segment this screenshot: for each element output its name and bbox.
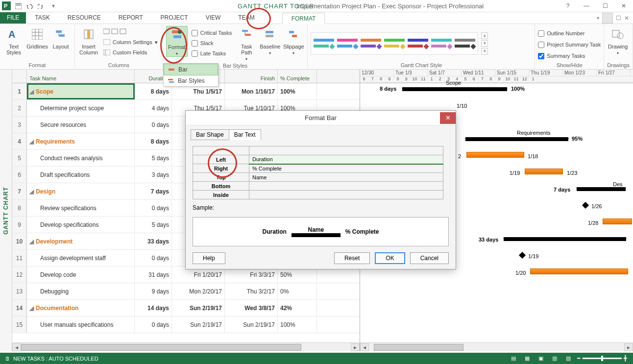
view-resource-icon[interactable]: ▧: [563, 355, 573, 362]
ok-button[interactable]: OK: [375, 252, 405, 264]
row-left[interactable]: Left: [193, 155, 249, 164]
val-bottom[interactable]: [249, 182, 443, 191]
menu-bar[interactable]: Bar: [164, 64, 218, 75]
save-icon[interactable]: [13, 0, 24, 11]
gantt-style-option[interactable]: [312, 34, 336, 53]
gantt-style-option[interactable]: [430, 34, 453, 53]
gantt-style-option[interactable]: [383, 34, 406, 53]
val-inside[interactable]: [249, 191, 443, 199]
qat-more-icon[interactable]: ▾: [48, 0, 59, 11]
val-right[interactable]: % Complete: [249, 164, 443, 173]
gantt-style-option[interactable]: [453, 34, 477, 53]
slippage-button[interactable]: Slippage▾: [283, 26, 304, 56]
svg-rect-25: [245, 34, 251, 36]
gallery-down-icon[interactable]: ▾: [481, 40, 488, 47]
format-dropdown-button[interactable]: Format▾: [166, 26, 188, 57]
gallery-more-icon[interactable]: ▾: [481, 48, 488, 55]
cancel-button[interactable]: Cancel: [410, 252, 449, 264]
val-left[interactable]: Duration: [249, 155, 443, 164]
task-tab[interactable]: TASK: [26, 12, 58, 24]
bar-req: [465, 137, 568, 141]
val-top[interactable]: Name: [249, 173, 443, 182]
view-gantt-icon[interactable]: ▤: [509, 355, 518, 362]
resource-tab[interactable]: RESOURCE: [59, 12, 110, 24]
label-scope-dur: 8 days: [380, 86, 396, 92]
menu-bar-label: Bar: [178, 66, 188, 73]
bar-dev: [504, 237, 626, 241]
menu-bar-styles[interactable]: Bar Styles: [164, 75, 218, 86]
file-tab[interactable]: FILE: [0, 12, 26, 24]
project-summary-checkbox[interactable]: Project Summary Task: [538, 39, 601, 50]
tab-bar-text[interactable]: Bar Text: [229, 129, 261, 140]
view-network-icon[interactable]: ▣: [536, 355, 546, 362]
redo-icon[interactable]: [36, 0, 47, 11]
col-task-name[interactable]: Task Name: [27, 70, 135, 83]
label-1-20: 1/20: [515, 270, 526, 276]
late-tasks-checkbox[interactable]: Late Tasks: [190, 49, 234, 58]
col-indicator[interactable]: [12, 70, 27, 83]
gantt-style-option[interactable]: [336, 34, 359, 53]
view-usage-icon[interactable]: ▦: [522, 355, 532, 362]
view-calendar-icon[interactable]: ▥: [550, 355, 560, 362]
grid-hscroll[interactable]: ◂▸: [12, 342, 360, 351]
close-icon[interactable]: ✕: [616, 2, 631, 9]
report-tab[interactable]: REPORT: [110, 12, 152, 24]
row-right[interactable]: Right: [193, 164, 249, 173]
svg-rect-35: [169, 81, 174, 83]
format-tab[interactable]: FORMAT: [282, 13, 325, 24]
table-row[interactable]: 14◢Documentation14 daysSun 2/19/17Wed 3/…: [12, 300, 360, 316]
col-finish[interactable]: Finish: [225, 70, 278, 83]
close-child-icon[interactable]: ✕: [624, 15, 629, 22]
menu-bar-styles-label: Bar Styles: [178, 77, 205, 84]
dialog-titlebar[interactable]: Format Bar ✕: [186, 111, 456, 125]
table-row[interactable]: 13Debugging9 daysMon 2/20/17Thu 3/2/170%: [12, 283, 360, 300]
layout-button[interactable]: Layout: [50, 26, 72, 49]
row-inside[interactable]: Inside: [193, 191, 249, 199]
team-tab[interactable]: TEAM: [229, 12, 263, 24]
drawing-button[interactable]: Drawing▾: [607, 26, 629, 56]
project-tab[interactable]: PROJECT: [152, 12, 197, 24]
slack-checkbox[interactable]: Slack: [190, 38, 234, 48]
zoom-slider[interactable]: ━╋: [577, 355, 627, 362]
help-icon[interactable]: ?: [560, 2, 575, 9]
table-row[interactable]: 15User manuals specifications0 daysSun 2…: [12, 316, 360, 333]
column-settings-button[interactable]: Column Settings ▾: [101, 37, 160, 47]
row-top[interactable]: Top: [193, 173, 249, 182]
custom-fields-button[interactable]: Custom Fields: [101, 48, 160, 57]
gantt-style-option[interactable]: [359, 34, 383, 53]
reset-button[interactable]: Reset: [334, 252, 370, 264]
outline-number-checkbox[interactable]: Outline Number: [538, 28, 601, 39]
restore-icon[interactable]: ☐: [598, 2, 612, 9]
insert-column-button[interactable]: Insert Column: [78, 26, 99, 55]
critical-tasks-checkbox[interactable]: Critical Tasks: [190, 28, 234, 38]
minimize-icon[interactable]: —: [579, 2, 594, 9]
timeline-hscroll[interactable]: ◂▸: [360, 342, 633, 351]
label-1-18: 1/18: [528, 153, 538, 159]
help-button[interactable]: Help: [193, 252, 225, 264]
bar-scope: [402, 87, 507, 91]
baseline-button[interactable]: Baseline▾: [259, 26, 281, 56]
tab-bar-shape[interactable]: Bar Shape: [191, 129, 229, 140]
dialog-close-button[interactable]: ✕: [440, 112, 456, 124]
label-2: 2: [458, 153, 461, 159]
undo-icon[interactable]: [24, 0, 35, 11]
gallery-up-icon[interactable]: ▴: [481, 32, 488, 39]
format-group-label: Format: [3, 61, 72, 69]
row-bottom[interactable]: Bottom: [193, 182, 249, 191]
gantt-style-option[interactable]: [406, 34, 430, 53]
gantt-style-gallery[interactable]: [311, 32, 478, 55]
new-task-mode-icon: 🗓: [5, 356, 10, 362]
restore-ribbon-icon[interactable]: ☐: [616, 15, 621, 22]
sample-name: Name: [308, 226, 324, 233]
account-chevron-icon[interactable]: ▾: [597, 15, 599, 21]
task-path-button[interactable]: Task Path▾: [236, 26, 257, 62]
avatar[interactable]: [602, 13, 613, 24]
align-left-button[interactable]: [101, 27, 160, 37]
col-pct[interactable]: % Complete: [278, 70, 317, 83]
view-tab[interactable]: VIEW: [197, 12, 230, 24]
gridlines-button[interactable]: Gridlines: [26, 26, 48, 49]
drawings-group-label: Drawings: [607, 61, 630, 69]
columns-group-label: Columns: [78, 61, 160, 69]
text-styles-button[interactable]: AText Styles: [3, 26, 24, 55]
summary-tasks-checkbox[interactable]: Summary Tasks: [538, 50, 601, 61]
